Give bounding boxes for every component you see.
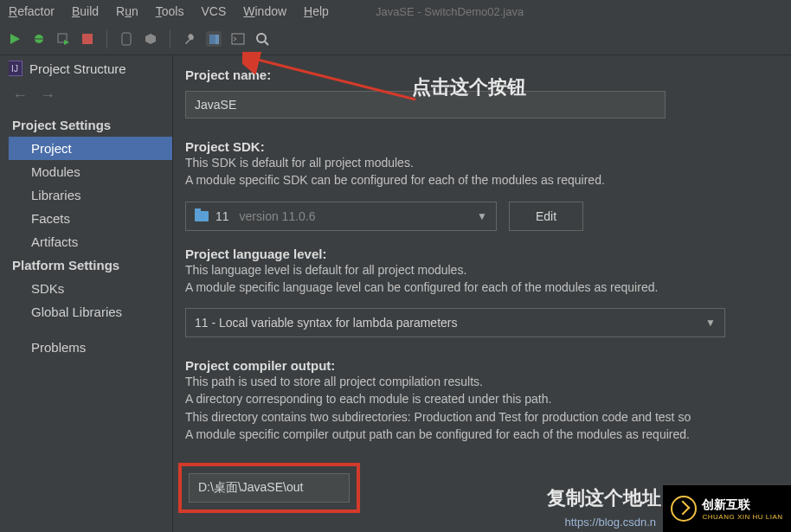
search-icon[interactable] [254, 31, 270, 47]
annotation-copy-label: 复制这个地址 [547, 485, 661, 511]
main-area: IJ Project Structure ← → Project Setting… [0, 55, 791, 532]
run-icon[interactable] [7, 31, 23, 47]
menu-refactor[interactable]: Refactor [3, 3, 60, 20]
menu-run[interactable]: Run [111, 3, 144, 20]
edit-button[interactable]: Edit [509, 202, 583, 231]
content-panel: Project name: Project SDK: This SDK is d… [173, 55, 791, 532]
svg-marker-0 [10, 34, 20, 44]
desc-out-1: This path is used to store all project c… [185, 373, 779, 390]
desc-lang-2: A module specific language level can be … [185, 279, 779, 296]
desc-out-2: A directory corresponding to each module… [185, 390, 779, 407]
menubar: Refactor Build Run Tools VCS Window Help… [0, 0, 791, 22]
desc-out-4: A module specific compiler output path c… [185, 426, 779, 443]
menu-build[interactable]: Build [67, 3, 104, 20]
section-platform-settings: Platform Settings [0, 253, 172, 277]
svg-rect-9 [232, 34, 244, 44]
wrench-icon[interactable] [182, 31, 197, 47]
toolbar-separator [106, 29, 107, 48]
sidebar-item-libraries[interactable]: Libraries [0, 183, 172, 207]
lang-value: 11 - Local variable syntax for lambda pa… [195, 316, 457, 330]
folder-icon [195, 211, 209, 221]
label-compiler-output: Project compiler output: [185, 358, 779, 373]
desc-sdk-1: This SDK is default for all project modu… [185, 154, 779, 171]
label-project-sdk: Project SDK: [185, 139, 779, 154]
window-title: JavaSE - SwitchDemo02.java [376, 5, 524, 18]
device-icon[interactable] [119, 31, 134, 47]
chevron-down-icon: ▼ [705, 317, 716, 329]
watermark-cn: 创新互联 [702, 497, 782, 513]
desc-lang-1: This language level is default for all p… [185, 261, 779, 279]
back-arrow-icon[interactable]: ← [12, 87, 28, 105]
dialog-title: Project Structure [29, 61, 126, 76]
menu-window[interactable]: Window [238, 3, 292, 20]
compiler-output-input[interactable] [189, 473, 350, 503]
intellij-icon: IJ [7, 61, 23, 76]
watermark-en: CHUANG XIN HU LIAN [702, 513, 782, 521]
cube-icon[interactable] [143, 31, 158, 47]
sidebar: IJ Project Structure ← → Project Setting… [0, 55, 173, 532]
project-structure-icon[interactable] [206, 31, 222, 47]
sidebar-item-artifacts[interactable]: Artifacts [0, 230, 172, 253]
dialog-header: IJ Project Structure [0, 55, 172, 83]
toolbar-separator [170, 29, 170, 48]
desc-sdk-2: A module specific SDK can be configured … [185, 171, 779, 189]
watermark-logo-icon [671, 496, 697, 522]
menu-vcs[interactable]: VCS [196, 3, 231, 20]
svg-rect-6 [122, 33, 131, 45]
toolbar [0, 22, 791, 55]
sidebar-item-global-libraries[interactable]: Global Libraries [0, 300, 172, 324]
desc-out-3: This directory contains two subdirectori… [185, 408, 779, 426]
terminal-icon[interactable] [230, 31, 246, 47]
menu-help[interactable]: Help [299, 3, 334, 20]
menu-tools[interactable]: Tools [151, 3, 190, 20]
sidebar-item-sdks[interactable]: SDKs [0, 277, 172, 300]
svg-line-11 [265, 42, 268, 45]
stop-icon[interactable] [80, 31, 95, 47]
sidebar-item-facets[interactable]: Facets [0, 207, 172, 230]
sdk-value: 11 [215, 209, 229, 223]
coverage-icon[interactable] [55, 31, 71, 47]
gutter [0, 57, 9, 524]
annotation-box-output [178, 463, 360, 513]
section-project-settings: Project Settings [0, 113, 172, 137]
sidebar-item-project[interactable]: Project [0, 137, 172, 160]
svg-rect-5 [82, 34, 93, 44]
watermark: 创新互联 CHUANG XIN HU LIAN [663, 485, 791, 532]
bug-icon[interactable] [31, 31, 47, 47]
sidebar-item-modules[interactable]: Modules [0, 160, 172, 183]
svg-point-10 [257, 34, 266, 42]
svg-rect-8 [209, 35, 215, 44]
sidebar-item-problems[interactable]: Problems [0, 336, 172, 359]
forward-arrow-icon[interactable]: → [40, 87, 55, 105]
sdk-version: version 11.0.6 [240, 209, 316, 223]
sdk-selector[interactable]: 11 version 11.0.6 ▼ [185, 202, 497, 231]
chevron-down-icon: ▼ [477, 210, 487, 222]
label-lang-level: Project language level: [185, 247, 779, 261]
annotation-click-label: 点击这个按钮 [412, 74, 526, 100]
footer-url: https://blog.csdn.n [564, 516, 656, 529]
language-level-selector[interactable]: 11 - Local variable syntax for lambda pa… [185, 308, 725, 337]
